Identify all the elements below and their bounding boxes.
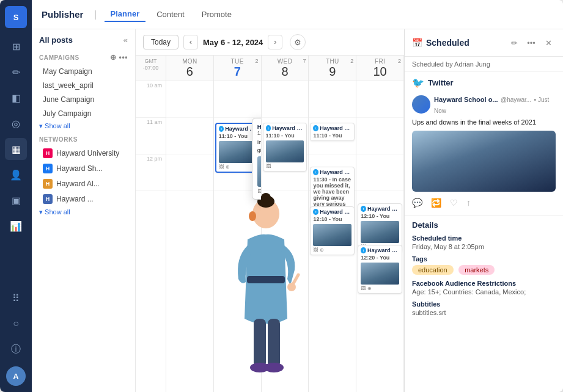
subtitles-group: Subtitles subtitles.srt [412, 300, 556, 316]
retweet-icon[interactable]: 🔁 [431, 198, 441, 208]
gmt-label: GMT -07:00 [136, 56, 166, 81]
tab-planner[interactable]: Planner [105, 7, 146, 22]
dots-icon[interactable]: ⠿ [5, 287, 27, 309]
day-header-wed: Wed 8 7 [262, 56, 309, 81]
mon-12pm-row [166, 154, 213, 191]
day-col-mon [166, 81, 214, 392]
chart-icon[interactable]: 📊 [5, 215, 27, 237]
content-row: All posts « CAMPAIGNS ⊕ ••• May Campaign… [32, 29, 563, 392]
day-header-tue: Tue 7 2 [214, 56, 262, 81]
target-icon[interactable]: ◎ [5, 112, 27, 134]
expanded-post-tooltip[interactable]: Hayward Un... 11:10 - You In case you mi… [252, 118, 262, 200]
fb-restrictions-label: Facebook Audience Restrictions [412, 280, 556, 287]
today-button[interactable]: Today [143, 35, 178, 49]
users-icon[interactable]: 👤 [5, 164, 27, 186]
thu-post-count: 2 [350, 58, 353, 64]
user-icon[interactable]: ○ [5, 313, 27, 335]
sidebar-header: All posts « [32, 29, 135, 48]
info-icon[interactable]: ⓘ [5, 338, 27, 360]
expanded-img-icon: 🖼 [257, 189, 262, 194]
network-icon-h1: H [43, 148, 53, 158]
image-icon: 🖼 [219, 164, 224, 170]
like-icon[interactable]: ♡ [450, 198, 458, 208]
calendar-header-row: GMT -07:00 Mon 6 Tue 7 2 Wed [136, 56, 404, 81]
scheduled-time-value: Friday, May 8 at 2:05pm [412, 243, 556, 250]
twitter-section-label: Twitter [428, 78, 454, 87]
tags-group: Tags education markets [412, 255, 556, 275]
days-grid: t Hayward Un... 11:10 - You 🖼 ⊕ [166, 81, 404, 392]
campaign-june[interactable]: June Campaign [35, 93, 131, 106]
campaign-last-week[interactable]: last_week_april [35, 79, 131, 92]
fb-restrictions-value: Age: 15+; Countries: Canada, Mexico; [412, 288, 556, 296]
fri-10am-row [356, 81, 403, 118]
post-card-thu-3[interactable]: t Hayward Un... 12:10 - You 🖼 ⊕ [310, 206, 355, 255]
image-icon-t3: 🖼 [313, 247, 318, 253]
right-panel-header: 📅 Scheduled ✏ ••• ✕ [405, 29, 563, 57]
image-icon-w1: 🖼 [266, 164, 271, 169]
tag-education[interactable]: education [412, 265, 454, 275]
twitter-badge-t1: t [313, 125, 318, 131]
network-hayward-4[interactable]: H Hayward ... [35, 192, 131, 206]
tweet-image-content [412, 131, 556, 192]
fb-restrictions-group: Facebook Audience Restrictions Age: 15+;… [412, 280, 556, 296]
thu-10am-row [309, 81, 356, 118]
tweet-container: Hayward School o... @haywar... • Just No… [405, 91, 563, 215]
reply-icon[interactable]: 💬 [412, 198, 422, 208]
edit-scheduled-button[interactable]: ✏ [507, 35, 521, 50]
campaigns-show-all[interactable]: ▾ Show all [32, 121, 135, 131]
campaigns-section-icons: ⊕ ••• [110, 53, 128, 62]
time-11am: 11 am [136, 118, 166, 154]
nav-divider: | [94, 9, 97, 20]
archive-icon[interactable]: ▣ [5, 189, 27, 211]
close-panel-button[interactable]: ✕ [541, 35, 556, 50]
tab-content[interactable]: Content [150, 7, 191, 21]
network-hayward-al[interactable]: H Hayward Al... [35, 176, 131, 191]
tweet-author-name: Hayward School o... [434, 96, 498, 103]
subtitles-label: Subtitles [412, 300, 556, 308]
post-card-fri-2[interactable]: t Hayward Un... 12:20 - You 🖼 ⊕ [358, 245, 402, 294]
mon-11am-row [166, 118, 213, 154]
tweet-author-row: Hayward School o... @haywar... • Just No… [412, 93, 556, 115]
card-thumb-w1 [266, 140, 304, 162]
photo-icon: ⊕ [226, 164, 230, 170]
scheduled-time-group: Scheduled time Friday, May 8 at 2:05pm [412, 234, 556, 250]
layers-icon[interactable]: ◧ [5, 87, 27, 109]
calendar-grid: GMT -07:00 Mon 6 Tue 7 2 Wed [136, 56, 404, 392]
tweet-actions-row: 💬 🔁 ♡ ↑ [412, 195, 556, 210]
tweet-avatar [412, 95, 430, 114]
grid-icon[interactable]: ⊞ [5, 35, 27, 57]
add-campaign-icon[interactable]: ⊕ [110, 53, 117, 62]
next-week-button[interactable]: › [268, 35, 282, 49]
fri-12pm-row [356, 154, 403, 191]
network-hayward-univ[interactable]: H Hayward University [35, 146, 131, 161]
network-hayward-sh[interactable]: H Hayward Sh... [35, 161, 131, 176]
app-title: Publisher [42, 9, 83, 20]
twitter-badge-w1: t [266, 125, 271, 131]
more-campaigns-icon[interactable]: ••• [119, 53, 128, 62]
campaign-july[interactable]: July Campaign [35, 107, 131, 120]
app-logo-icon[interactable]: S [5, 6, 27, 28]
post-card-thu-1[interactable]: t Hayward Un... 11:10 - You [310, 123, 355, 141]
network-icon-h3: H [43, 179, 53, 189]
prev-week-button[interactable]: ‹ [183, 35, 198, 49]
campaign-may[interactable]: May Campaign [35, 65, 131, 78]
photo-icon-f2: ⊕ [367, 286, 372, 291]
collapse-sidebar-button[interactable]: « [123, 35, 128, 45]
time-10am: 10 am [136, 81, 166, 118]
compose-icon[interactable]: ✏ [5, 61, 27, 83]
mon-10am-row [166, 81, 213, 118]
networks-show-all[interactable]: ▾ Show all [32, 207, 135, 217]
network-icon-h4: H [43, 194, 53, 204]
more-options-button[interactable]: ••• [524, 35, 539, 50]
image-icon-f2: 🖼 [361, 286, 366, 291]
twitter-section-icon: 🐦 [412, 77, 424, 89]
tag-markets[interactable]: markets [458, 265, 495, 275]
time-column: 10 am 11 am 12 pm [136, 81, 166, 392]
share-icon[interactable]: ↑ [466, 198, 471, 208]
post-card-wed-1[interactable]: t Hayward Un... 11:10 - You 🖼 [263, 123, 307, 172]
calendar-icon[interactable]: ▦ [5, 138, 27, 160]
calendar-body: 10 am 11 am 12 pm [136, 81, 404, 392]
tab-promote[interactable]: Promote [196, 7, 238, 21]
calendar-settings-button[interactable]: ⚙ [290, 34, 306, 50]
user-avatar[interactable]: A [6, 366, 26, 386]
